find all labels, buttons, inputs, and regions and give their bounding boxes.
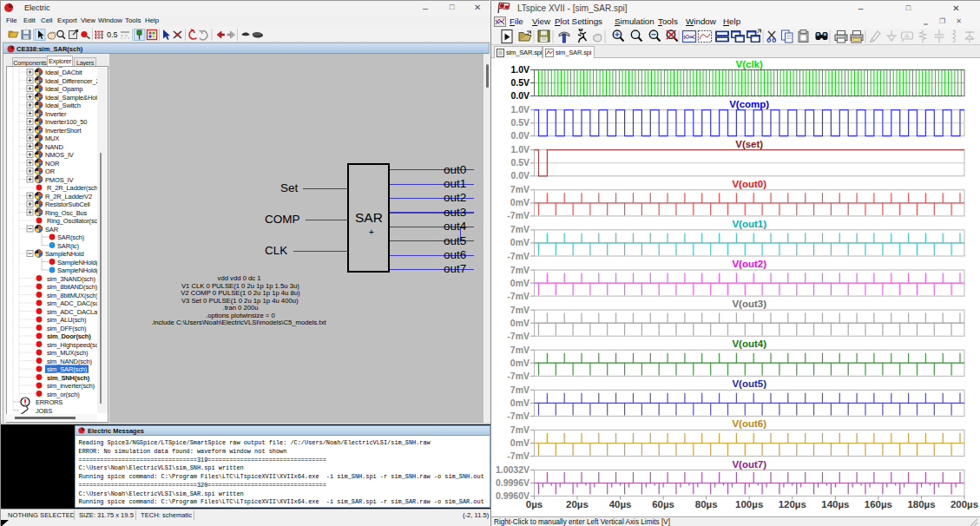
svg-text:V(out4): V(out4) xyxy=(732,339,766,349)
svg-text:120µs: 120µs xyxy=(779,499,806,510)
svg-text:-7mV: -7mV xyxy=(507,331,529,341)
svg-text:0.9996V: 0.9996V xyxy=(496,477,529,488)
svg-text:sim_Highspeed(sch): sim_Highspeed(sch) xyxy=(47,341,104,349)
svg-text:0.5V: 0.5V xyxy=(510,117,529,128)
svg-text:0.0V: 0.0V xyxy=(510,170,529,181)
svg-text:0.0V: 0.0V xyxy=(510,130,529,141)
svg-text:ResistorSubCell: ResistorSubCell xyxy=(45,201,90,208)
svg-text:7mV: 7mV xyxy=(510,345,529,355)
svg-text:NOR: NOR xyxy=(45,160,60,168)
svg-text:V(set): V(set) xyxy=(735,139,763,149)
svg-text:sim_ADC_DAC(sch): sim_ADC_DAC(sch) xyxy=(47,299,105,307)
svg-text:160µs: 160µs xyxy=(865,499,892,510)
svg-text:-7mV: -7mV xyxy=(507,371,529,381)
svg-text:0mV: 0mV xyxy=(510,398,529,408)
svg-text:V(out7): V(out7) xyxy=(732,459,766,470)
svg-text:sim_inverter(sch): sim_inverter(sch) xyxy=(47,382,95,390)
svg-text:PMOS_IV: PMOS_IV xyxy=(45,176,73,184)
svg-text:20µs: 20µs xyxy=(566,499,589,510)
svg-text:SAR(sch): SAR(sch) xyxy=(57,233,85,241)
svg-text:100µs: 100µs xyxy=(735,499,763,510)
svg-text:Ideal_Switch: Ideal_Switch xyxy=(45,102,81,109)
svg-text:7mV: 7mV xyxy=(510,424,529,435)
svg-text:Inverter: Inverter xyxy=(45,110,67,118)
svg-text:1.0V: 1.0V xyxy=(510,64,529,75)
svg-text:Ring_Oscillator(sch): Ring_Oscillator(sch) xyxy=(47,217,103,225)
svg-text:sim_3NAND(sch): sim_3NAND(sch) xyxy=(47,275,95,283)
svg-text:0.0V: 0.0V xyxy=(510,90,529,101)
svg-text:Inverter100_50: Inverter100_50 xyxy=(45,118,87,126)
svg-text:NAND: NAND xyxy=(45,143,63,151)
svg-text:sim_NAND(sch): sim_NAND(sch) xyxy=(47,358,92,365)
svg-text:sim_8bitAND(sch): sim_8bitAND(sch) xyxy=(47,283,98,291)
svg-text:7mV: 7mV xyxy=(510,265,529,275)
svg-text:Ring_Osc_Bus: Ring_Osc_Bus xyxy=(45,209,88,217)
svg-text:1.0V: 1.0V xyxy=(510,104,529,115)
svg-text:140µs: 140µs xyxy=(821,499,849,510)
svg-text:0.5V: 0.5V xyxy=(510,157,529,168)
svg-text:7mV: 7mV xyxy=(510,385,529,395)
svg-text:R_2R_Ladder(sch): R_2R_Ladder(sch) xyxy=(47,184,101,192)
svg-text:0.5V: 0.5V xyxy=(510,77,529,88)
svg-text:0mV: 0mV xyxy=(510,197,529,207)
svg-text:0mV: 0mV xyxy=(510,237,529,247)
svg-text:SAR(ic): SAR(ic) xyxy=(57,242,79,250)
svg-text:-7mV: -7mV xyxy=(507,251,529,261)
svg-text:sim_8bitMUX(sch): sim_8bitMUX(sch) xyxy=(47,292,99,299)
svg-text:sim_Door(sch): sim_Door(sch) xyxy=(47,332,91,340)
svg-text:0mV: 0mV xyxy=(510,358,529,368)
svg-text:Ideal_DACbit: Ideal_DACbit xyxy=(45,69,82,76)
svg-text:sim_SNH(sch): sim_SNH(sch) xyxy=(47,374,90,382)
svg-text:V(out1): V(out1) xyxy=(732,219,766,229)
svg-text:-7mV: -7mV xyxy=(507,291,529,301)
svg-text:0.5: 0.5 xyxy=(107,30,118,39)
svg-text:80µs: 80µs xyxy=(695,499,718,510)
svg-text:Ideal_Sample&Hold: Ideal_Sample&Hold xyxy=(45,94,101,102)
svg-text:V(out3): V(out3) xyxy=(732,299,766,309)
svg-text:180µs: 180µs xyxy=(907,499,935,510)
svg-text:V(out6): V(out6) xyxy=(732,418,766,429)
svg-text:sim_DFF(sch): sim_DFF(sch) xyxy=(47,325,87,332)
svg-text:V(out0): V(out0) xyxy=(732,179,766,189)
svg-text:60µs: 60µs xyxy=(652,499,674,510)
svg-text:V(out5): V(out5) xyxy=(732,378,766,389)
svg-text:0mV: 0mV xyxy=(510,437,529,448)
svg-text:MUX: MUX xyxy=(45,135,59,142)
svg-text:Ideal_Ctrl: Ideal_Ctrl xyxy=(45,67,72,68)
svg-text:7mV: 7mV xyxy=(510,305,529,315)
svg-text:SampleNHold: SampleNHold xyxy=(45,250,84,258)
svg-text:Ideal_Differencer_2: Ideal_Differencer_2 xyxy=(45,77,99,85)
svg-text:ERRORS: ERRORS xyxy=(36,398,62,406)
svg-text:OR: OR xyxy=(45,168,56,175)
svg-text:40µs: 40µs xyxy=(609,499,632,510)
svg-text:1.0032V: 1.0032V xyxy=(496,464,529,475)
svg-text:R_2R_LadderV2: R_2R_LadderV2 xyxy=(45,193,92,201)
svg-text:0mV: 0mV xyxy=(510,318,529,328)
svg-text:0mV: 0mV xyxy=(510,278,529,288)
svg-text:V(clk): V(clk) xyxy=(736,59,763,69)
svg-text:7mV: 7mV xyxy=(510,224,529,234)
svg-text:Ideal_Opamp: Ideal_Opamp xyxy=(45,85,82,93)
svg-text:NMOS_IV: NMOS_IV xyxy=(45,151,74,159)
svg-text:sim_or(sch): sim_or(sch) xyxy=(47,391,80,398)
svg-text:V(out2): V(out2) xyxy=(732,259,766,269)
svg-text:SAR: SAR xyxy=(45,226,59,233)
svg-text:0.9960V: 0.9960V xyxy=(496,490,529,501)
svg-text:-7mV: -7mV xyxy=(507,411,529,421)
svg-text:sim_SAR(sch): sim_SAR(sch) xyxy=(47,365,88,373)
svg-text:200µs: 200µs xyxy=(950,499,978,510)
svg-text:-7mV: -7mV xyxy=(507,210,529,220)
svg-text:V(comp): V(comp) xyxy=(729,99,769,109)
svg-text:7mV: 7mV xyxy=(510,184,529,194)
svg-text:1.0V: 1.0V xyxy=(510,144,529,155)
svg-text:0µs: 0µs xyxy=(526,499,543,510)
svg-text:sim_ALU(sch): sim_ALU(sch) xyxy=(47,316,87,324)
svg-text:sim_MUX(sch): sim_MUX(sch) xyxy=(47,349,89,357)
svg-text:InverterShort: InverterShort xyxy=(45,127,82,135)
svg-text:-7mV: -7mV xyxy=(507,450,529,461)
